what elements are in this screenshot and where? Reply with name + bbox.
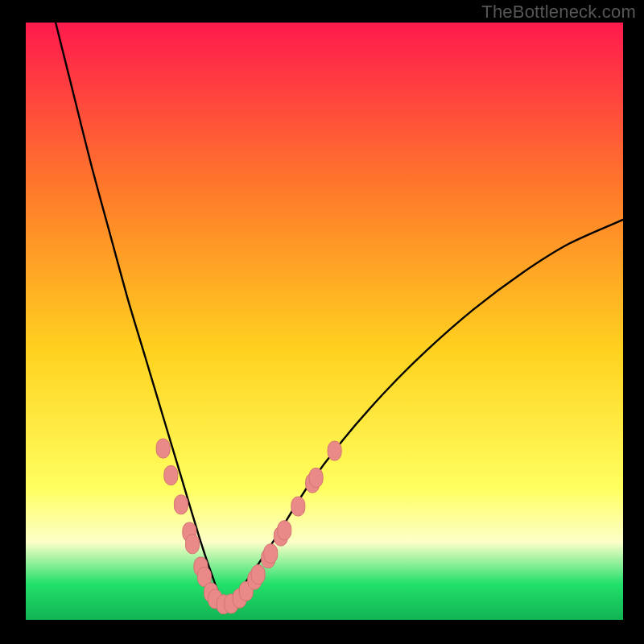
- curve-marker: [278, 521, 291, 540]
- curve-marker: [251, 565, 265, 584]
- curve-marker: [174, 495, 188, 514]
- plot-background: [26, 23, 623, 620]
- curve-marker: [186, 535, 200, 554]
- curve-marker: [309, 468, 323, 487]
- chart-canvas: [0, 0, 644, 644]
- curve-marker: [156, 439, 170, 458]
- curve-marker: [164, 465, 178, 485]
- curve-marker: [264, 544, 278, 564]
- curve-marker: [291, 497, 305, 516]
- curve-marker: [328, 441, 341, 460]
- watermark-text: TheBottleneck.com: [481, 2, 636, 23]
- chart-frame: { "watermark": "TheBottleneck.com", "col…: [0, 0, 644, 644]
